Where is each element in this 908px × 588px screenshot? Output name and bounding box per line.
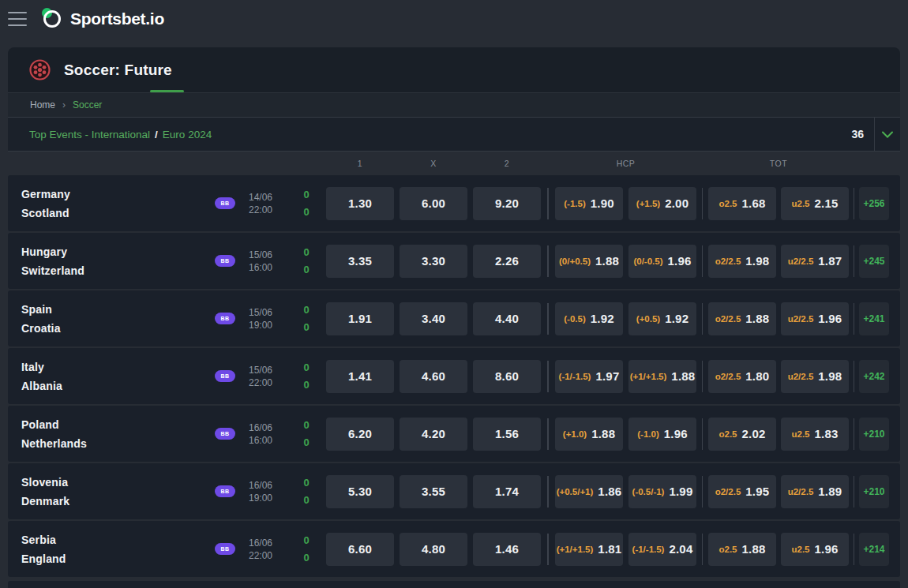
match-date: 16/06	[249, 537, 287, 549]
odds-button-handicap-away[interactable]: (-1.0) 1.96	[628, 418, 696, 451]
odds-button-away-win[interactable]: 9.20	[473, 187, 541, 220]
odds-button-draw[interactable]: 4.60	[400, 360, 467, 393]
match-teams[interactable]: Spain Croatia	[8, 304, 209, 334]
odds-button-total-over[interactable]: o2/2.5 1.95	[708, 475, 776, 508]
total-under-line: u2/2.5	[788, 487, 814, 496]
odds-column-headers: 1 X 2 HCP TOT	[8, 152, 900, 175]
odds-button-handicap-away[interactable]: (+1/+1.5) 1.88	[628, 360, 696, 393]
brand-logo[interactable]: Sportsbet.io	[43, 9, 164, 30]
odds-button-draw[interactable]: 3.40	[400, 302, 467, 335]
odds-button-draw[interactable]: 4.80	[400, 533, 467, 566]
odds-button-draw[interactable]: 4.20	[400, 418, 467, 451]
page-header: Soccer: Future	[8, 47, 900, 93]
odds-button-handicap-away[interactable]: (+0.5) 1.92	[628, 302, 696, 335]
odds-button-handicap-away[interactable]: (+1.5) 2.00	[628, 187, 696, 220]
odds-button-away-win[interactable]: 1.46	[473, 533, 541, 566]
league-path-left[interactable]: Top Events - International	[29, 129, 150, 140]
odds-button-home-win[interactable]: 1.30	[326, 187, 394, 220]
odds-button-home-win[interactable]: 5.30	[326, 475, 394, 508]
column-header-1: 1	[326, 159, 394, 168]
odds-button-home-win[interactable]: 1.41	[326, 360, 394, 393]
match-time: 22:00	[249, 376, 287, 389]
odds-button-total-under[interactable]: u2.5 1.96	[781, 533, 849, 566]
hamburger-menu-icon[interactable]	[8, 12, 27, 26]
odds-button-home-win[interactable]: 3.35	[326, 245, 394, 278]
chevron-down-icon[interactable]	[875, 118, 900, 151]
breadcrumb: Home › Soccer	[8, 93, 900, 117]
odds-button-away-win[interactable]: 1.74	[473, 475, 541, 508]
odds-button-total-under[interactable]: u2/2.5 1.98	[781, 360, 849, 393]
handicap-home-line: (0/+0.5)	[559, 257, 591, 266]
odds-button-away-win[interactable]: 4.40	[473, 302, 541, 335]
odds-button-total-over[interactable]: o2.5 2.02	[708, 418, 776, 451]
match-teams[interactable]: Poland Netherlands	[8, 419, 209, 449]
odds-button-draw[interactable]: 3.30	[400, 245, 467, 278]
home-team-name: Italy	[21, 361, 209, 373]
match-teams[interactable]: Serbia England	[8, 534, 209, 564]
away-score: 0	[303, 552, 309, 563]
odds-button-handicap-home[interactable]: (0/+0.5) 1.88	[555, 245, 623, 278]
odds-button-handicap-away[interactable]: (-0.5/-1) 1.99	[628, 475, 696, 508]
odds-button-handicap-away[interactable]: (-1/-1.5) 2.04	[628, 533, 696, 566]
match-date: 16/06	[249, 421, 287, 434]
odds-button-home-win[interactable]: 6.60	[326, 533, 394, 566]
odds-button-total-under[interactable]: u2/2.5 1.96	[781, 302, 849, 335]
away-score: 0	[303, 380, 309, 390]
odds-button-away-win[interactable]: 2.26	[473, 245, 541, 278]
match-time: 19:00	[249, 319, 287, 331]
handicap-away-line: (-1.0)	[637, 429, 658, 439]
odds-button-total-under[interactable]: u2.5 2.15	[781, 187, 849, 220]
match-teams[interactable]: Hungary Switzerland	[8, 246, 209, 276]
more-markets-button[interactable]: +214	[859, 533, 889, 566]
match-date: 16/06	[249, 479, 287, 492]
match-score: 0 0	[287, 189, 326, 217]
odds-button-handicap-home[interactable]: (-1.5) 1.90	[555, 187, 623, 220]
odds-button-total-under[interactable]: u2/2.5 1.89	[781, 475, 849, 508]
group-divider	[702, 534, 704, 565]
odds-button-away-win[interactable]: 1.56	[473, 418, 541, 451]
odds-button-handicap-home[interactable]: (+1/+1.5) 1.81	[555, 533, 623, 566]
more-markets-button[interactable]: +245	[859, 245, 889, 278]
odds-button-home-win[interactable]: 1.91	[326, 302, 394, 335]
odds-button-draw[interactable]: 3.55	[400, 475, 467, 508]
odds-button-total-over[interactable]: o2.5 1.68	[708, 187, 776, 220]
more-markets-button[interactable]: +210	[859, 418, 889, 451]
odds-button-handicap-home[interactable]: (+1.0) 1.88	[555, 418, 623, 451]
match-date: 15/06	[249, 364, 287, 376]
odds-button-total-under[interactable]: u2.5 1.83	[781, 418, 849, 451]
odds-button-total-under[interactable]: u2/2.5 1.87	[781, 245, 849, 278]
odds-button-home-win[interactable]: 6.20	[326, 418, 394, 451]
more-markets-button[interactable]: +241	[859, 302, 889, 335]
more-markets-button[interactable]: +210	[859, 475, 889, 508]
match-teams[interactable]: Italy Albania	[8, 361, 209, 391]
more-markets-button[interactable]: +242	[859, 360, 889, 393]
odds-button-handicap-away[interactable]: (0/-0.5) 1.96	[628, 245, 696, 278]
total-under-line: u2/2.5	[788, 372, 814, 381]
group-divider	[854, 303, 855, 335]
total-over-line: o2/2.5	[715, 372, 741, 381]
odds-button-total-over[interactable]: o2.5 1.88	[708, 533, 776, 566]
odds-button-handicap-home[interactable]: (-1/-1.5) 1.97	[555, 360, 623, 393]
match-teams[interactable]: Germany Scotland	[8, 189, 209, 219]
match-teams[interactable]: Slovenia Denmark	[8, 477, 209, 507]
breadcrumb-soccer[interactable]: Soccer	[73, 99, 102, 110]
home-score: 0	[303, 247, 309, 257]
odds-button-away-win[interactable]: 8.60	[473, 360, 541, 393]
breadcrumb-home[interactable]: Home	[30, 99, 55, 110]
home-team-name: Hungary	[21, 246, 209, 257]
odds-button-handicap-home[interactable]: (-0.5) 1.92	[555, 302, 623, 335]
league-path-right[interactable]: Euro 2024	[163, 129, 212, 140]
bet-builder-badge: BB	[215, 485, 235, 497]
odds-button-draw[interactable]: 6.00	[400, 187, 467, 220]
away-score: 0	[303, 437, 309, 448]
group-divider	[702, 245, 704, 277]
odds-button-handicap-home[interactable]: (+0.5/+1) 1.86	[555, 475, 623, 508]
more-markets-button[interactable]: +256	[859, 187, 889, 220]
handicap-home-line: (-1/-1.5)	[559, 372, 591, 381]
odds-button-total-over[interactable]: o2/2.5 1.98	[708, 245, 776, 278]
soccer-ball-icon	[29, 59, 51, 81]
column-header-tot: TOT	[708, 159, 849, 168]
odds-button-total-over[interactable]: o2/2.5 1.80	[708, 360, 776, 393]
odds-button-total-over[interactable]: o2/2.5 1.88	[708, 302, 776, 335]
match-datetime: 14/06 22:00	[241, 191, 287, 216]
